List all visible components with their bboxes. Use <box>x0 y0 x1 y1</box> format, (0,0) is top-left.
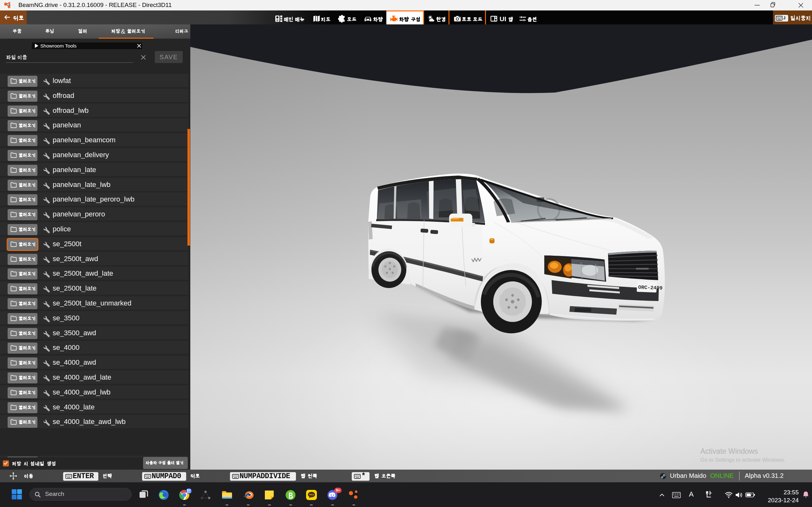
svg-text:ORC-2499: ORC-2499 <box>638 285 663 291</box>
svg-text:TALK: TALK <box>309 494 314 496</box>
